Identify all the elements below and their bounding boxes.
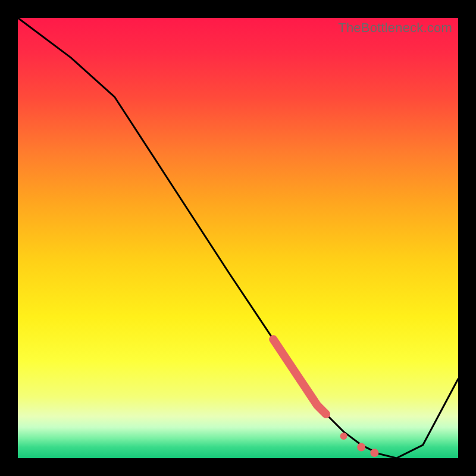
highlight-dot bbox=[340, 433, 347, 440]
highlight-dot bbox=[370, 449, 378, 457]
highlight-dot bbox=[357, 443, 365, 452]
chart-frame: TheBottleneck.com bbox=[18, 18, 458, 458]
gradient-background bbox=[18, 18, 458, 458]
watermark-text: TheBottleneck.com bbox=[338, 20, 452, 36]
bottleneck-chart bbox=[18, 18, 458, 458]
highlight-dot bbox=[322, 411, 330, 418]
